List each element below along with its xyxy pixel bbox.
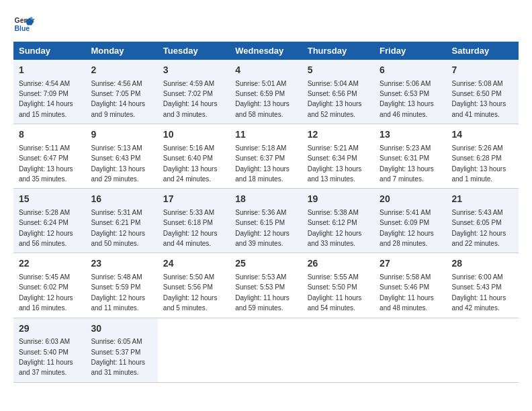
day-number: 3 (163, 64, 224, 77)
day-info: Sunrise: 5:11 AM Sunset: 6:47 PM Dayligh… (19, 144, 73, 183)
day-info: Sunrise: 5:28 AM Sunset: 6:24 PM Dayligh… (19, 209, 73, 247)
day-number: 23 (91, 257, 152, 271)
day-cell: 14Sunrise: 5:26 AM Sunset: 6:28 PM Dayli… (447, 124, 519, 189)
day-number: 9 (91, 128, 152, 142)
day-number: 30 (91, 322, 152, 336)
day-cell: 28Sunrise: 6:00 AM Sunset: 5:43 PM Dayli… (447, 253, 519, 318)
col-header-friday: Friday (374, 42, 446, 60)
day-cell: 4Sunrise: 5:01 AM Sunset: 6:59 PM Daylig… (230, 60, 302, 124)
day-cell: 19Sunrise: 5:38 AM Sunset: 6:12 PM Dayli… (302, 189, 374, 253)
col-header-sunday: Sunday (13, 42, 85, 60)
day-info: Sunrise: 5:36 AM Sunset: 6:15 PM Dayligh… (235, 209, 290, 247)
day-cell: 24Sunrise: 5:50 AM Sunset: 5:56 PM Dayli… (158, 253, 230, 318)
day-number: 8 (19, 128, 80, 142)
day-info: Sunrise: 6:05 AM Sunset: 5:37 PM Dayligh… (91, 338, 145, 376)
day-number: 12 (308, 128, 369, 142)
day-info: Sunrise: 5:53 AM Sunset: 5:53 PM Dayligh… (235, 273, 290, 312)
week-row-1: 1Sunrise: 4:54 AM Sunset: 7:09 PM Daylig… (13, 60, 519, 124)
day-cell: 27Sunrise: 5:58 AM Sunset: 5:46 PM Dayli… (374, 253, 446, 318)
day-info: Sunrise: 5:55 AM Sunset: 5:50 PM Dayligh… (308, 273, 362, 312)
day-number: 14 (452, 128, 513, 142)
day-info: Sunrise: 5:08 AM Sunset: 6:50 PM Dayligh… (452, 80, 506, 118)
day-cell: 10Sunrise: 5:16 AM Sunset: 6:40 PM Dayli… (158, 124, 230, 189)
logo: General Blue (13, 13, 38, 35)
day-cell: 2Sunrise: 4:56 AM Sunset: 7:05 PM Daylig… (85, 60, 157, 124)
day-number: 21 (452, 193, 513, 206)
col-header-tuesday: Tuesday (158, 42, 230, 60)
day-cell: 7Sunrise: 5:08 AM Sunset: 6:50 PM Daylig… (447, 60, 519, 124)
day-cell: 25Sunrise: 5:53 AM Sunset: 5:53 PM Dayli… (230, 253, 302, 318)
day-number: 16 (91, 193, 152, 206)
day-cell: 21Sunrise: 5:43 AM Sunset: 6:05 PM Dayli… (447, 189, 519, 253)
calendar-table: SundayMondayTuesdayWednesdayThursdayFrid… (13, 42, 519, 383)
day-info: Sunrise: 5:43 AM Sunset: 6:05 PM Dayligh… (452, 209, 506, 247)
day-info: Sunrise: 5:26 AM Sunset: 6:28 PM Dayligh… (452, 144, 506, 183)
day-info: Sunrise: 5:13 AM Sunset: 6:43 PM Dayligh… (91, 144, 145, 183)
day-cell (230, 318, 302, 382)
day-number: 25 (235, 257, 296, 271)
day-cell: 15Sunrise: 5:28 AM Sunset: 6:24 PM Dayli… (13, 189, 85, 253)
day-number: 29 (19, 322, 80, 336)
day-info: Sunrise: 4:59 AM Sunset: 7:02 PM Dayligh… (163, 80, 218, 118)
day-cell: 11Sunrise: 5:18 AM Sunset: 6:37 PM Dayli… (230, 124, 302, 189)
day-cell: 18Sunrise: 5:36 AM Sunset: 6:15 PM Dayli… (230, 189, 302, 253)
day-number: 7 (452, 64, 513, 77)
day-cell: 17Sunrise: 5:33 AM Sunset: 6:18 PM Dayli… (158, 189, 230, 253)
day-cell: 22Sunrise: 5:45 AM Sunset: 6:02 PM Dayli… (13, 253, 85, 318)
day-number: 4 (235, 64, 296, 77)
day-info: Sunrise: 5:16 AM Sunset: 6:40 PM Dayligh… (163, 144, 218, 183)
day-number: 27 (380, 257, 441, 271)
day-number: 20 (380, 193, 441, 206)
day-info: Sunrise: 4:54 AM Sunset: 7:09 PM Dayligh… (19, 80, 73, 118)
week-row-5: 29Sunrise: 6:03 AM Sunset: 5:40 PM Dayli… (13, 318, 519, 382)
day-info: Sunrise: 5:04 AM Sunset: 6:56 PM Dayligh… (308, 80, 362, 118)
day-info: Sunrise: 5:21 AM Sunset: 6:34 PM Dayligh… (308, 144, 362, 183)
week-row-4: 22Sunrise: 5:45 AM Sunset: 6:02 PM Dayli… (13, 253, 519, 318)
logo-icon: General Blue (13, 13, 35, 35)
day-info: Sunrise: 5:31 AM Sunset: 6:21 PM Dayligh… (91, 209, 145, 247)
day-info: Sunrise: 5:45 AM Sunset: 6:02 PM Dayligh… (19, 273, 73, 312)
day-cell: 12Sunrise: 5:21 AM Sunset: 6:34 PM Dayli… (302, 124, 374, 189)
day-number: 15 (19, 193, 80, 206)
day-info: Sunrise: 6:03 AM Sunset: 5:40 PM Dayligh… (19, 338, 73, 376)
day-cell: 20Sunrise: 5:41 AM Sunset: 6:09 PM Dayli… (374, 189, 446, 253)
day-info: Sunrise: 5:18 AM Sunset: 6:37 PM Dayligh… (235, 144, 290, 183)
day-cell: 9Sunrise: 5:13 AM Sunset: 6:43 PM Daylig… (85, 124, 157, 189)
day-cell: 5Sunrise: 5:04 AM Sunset: 6:56 PM Daylig… (302, 60, 374, 124)
day-info: Sunrise: 5:41 AM Sunset: 6:09 PM Dayligh… (380, 209, 434, 247)
col-header-saturday: Saturday (447, 42, 519, 60)
day-cell: 13Sunrise: 5:23 AM Sunset: 6:31 PM Dayli… (374, 124, 446, 189)
day-cell: 23Sunrise: 5:48 AM Sunset: 5:59 PM Dayli… (85, 253, 157, 318)
day-info: Sunrise: 4:56 AM Sunset: 7:05 PM Dayligh… (91, 80, 145, 118)
day-info: Sunrise: 5:50 AM Sunset: 5:56 PM Dayligh… (163, 273, 218, 312)
col-header-wednesday: Wednesday (230, 42, 302, 60)
day-cell: 29Sunrise: 6:03 AM Sunset: 5:40 PM Dayli… (13, 318, 85, 382)
day-number: 18 (235, 193, 296, 206)
header-row: SundayMondayTuesdayWednesdayThursdayFrid… (13, 42, 519, 60)
day-cell: 6Sunrise: 5:06 AM Sunset: 6:53 PM Daylig… (374, 60, 446, 124)
day-number: 13 (380, 128, 441, 142)
page-header: General Blue (13, 13, 519, 35)
day-info: Sunrise: 6:00 AM Sunset: 5:43 PM Dayligh… (452, 273, 506, 312)
day-info: Sunrise: 5:01 AM Sunset: 6:59 PM Dayligh… (235, 80, 290, 118)
day-number: 11 (235, 128, 296, 142)
day-info: Sunrise: 5:38 AM Sunset: 6:12 PM Dayligh… (308, 209, 362, 247)
day-cell: 26Sunrise: 5:55 AM Sunset: 5:50 PM Dayli… (302, 253, 374, 318)
day-number: 22 (19, 257, 80, 271)
week-row-3: 15Sunrise: 5:28 AM Sunset: 6:24 PM Dayli… (13, 189, 519, 253)
week-row-2: 8Sunrise: 5:11 AM Sunset: 6:47 PM Daylig… (13, 124, 519, 189)
day-number: 5 (308, 64, 369, 77)
col-header-monday: Monday (85, 42, 157, 60)
day-cell (374, 318, 446, 382)
day-cell: 16Sunrise: 5:31 AM Sunset: 6:21 PM Dayli… (85, 189, 157, 253)
day-number: 26 (308, 257, 369, 271)
day-info: Sunrise: 5:06 AM Sunset: 6:53 PM Dayligh… (380, 80, 434, 118)
day-number: 1 (19, 64, 80, 77)
day-cell: 3Sunrise: 4:59 AM Sunset: 7:02 PM Daylig… (158, 60, 230, 124)
day-number: 6 (380, 64, 441, 77)
col-header-thursday: Thursday (302, 42, 374, 60)
day-number: 2 (91, 64, 152, 77)
day-cell: 8Sunrise: 5:11 AM Sunset: 6:47 PM Daylig… (13, 124, 85, 189)
day-number: 24 (163, 257, 224, 271)
day-cell (447, 318, 519, 382)
